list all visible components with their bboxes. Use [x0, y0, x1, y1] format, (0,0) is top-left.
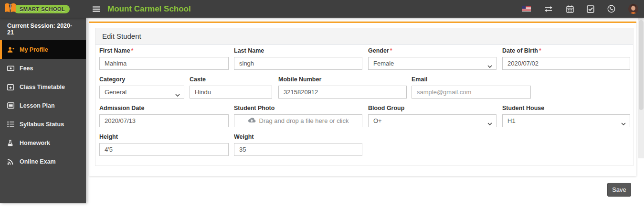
last-name-field: Last Name	[234, 47, 362, 70]
required-marker: *	[539, 47, 541, 54]
page-title: Mount Carmel School	[107, 4, 191, 14]
edit-student-card: Edit Student First Name* Last Name Gende…	[95, 28, 633, 166]
sidebar-item-class-timetable[interactable]: Class Timetable	[0, 77, 86, 96]
sidebar-item-label: Online Exam	[20, 158, 56, 165]
email-field: Email	[412, 76, 531, 99]
height-field: Height	[99, 133, 229, 156]
chevron-down-icon	[175, 91, 180, 98]
student-photo-dropzone[interactable]: Drag and drop a file here or click	[234, 114, 362, 127]
student-house-select[interactable]: H1	[502, 114, 630, 127]
gender-label: Gender*	[368, 47, 496, 54]
last-name-label: Last Name	[234, 47, 362, 54]
whatsapp-icon[interactable]	[607, 5, 615, 13]
sidebar-item-lesson-plan[interactable]: Lesson Plan	[0, 96, 86, 115]
admission-date-input[interactable]	[99, 114, 229, 127]
sidebar-item-label: Syllabus Status	[20, 121, 64, 128]
gender-field: Gender* Female	[368, 47, 496, 70]
date-of-birth-input[interactable]	[502, 57, 630, 70]
student-photo-label: Student Photo	[234, 105, 362, 111]
sidebar-menu: My Profile Fees Class Timetable Lesson P…	[0, 40, 86, 171]
date-of-birth-label: Date of Birth*	[502, 47, 630, 54]
content-panel: Edit Student First Name* Last Name Gende…	[89, 22, 636, 176]
chevron-down-icon	[487, 62, 492, 69]
first-name-input[interactable]	[99, 57, 229, 70]
mobile-number-label: Mobile Number	[278, 76, 407, 83]
height-label: Height	[99, 133, 229, 140]
email-label: Email	[412, 76, 531, 83]
category-label: Category	[99, 76, 184, 83]
app-logo[interactable]: SMART SCHOOL	[0, 0, 86, 18]
first-name-field: First Name*	[99, 47, 229, 70]
blood-group-select[interactable]: O+	[368, 114, 496, 127]
sidebar-item-label: Fees	[20, 65, 33, 72]
calendar-icon[interactable]	[566, 5, 574, 13]
list-icon	[7, 121, 17, 127]
scrollbar[interactable]	[638, 18, 644, 158]
blood-group-label: Blood Group	[368, 105, 496, 111]
weight-field: Weight	[234, 133, 362, 156]
sidebar-item-homework[interactable]: Homework	[0, 133, 86, 152]
required-marker: *	[390, 47, 392, 54]
edit-student-form: First Name* Last Name Gender* Female Dat…	[95, 44, 633, 166]
scrollbar-thumb[interactable]	[639, 20, 644, 110]
user-avatar[interactable]	[628, 4, 638, 14]
blood-group-field: Blood Group O+	[368, 105, 496, 127]
admission-date-field: Admission Date	[99, 105, 229, 127]
student-house-label: Student House	[502, 105, 630, 111]
sidebar: Current Session: 2020-21 My Profile Fees…	[0, 18, 86, 203]
sidebar-item-my-profile[interactable]: My Profile	[0, 40, 86, 59]
caste-label: Caste	[190, 76, 272, 83]
sidebar-item-syllabus-status[interactable]: Syllabus Status	[0, 115, 86, 133]
top-navbar: SMART SCHOOL Mount Carmel School	[0, 0, 644, 18]
date-of-birth-field: Date of Birth*	[502, 47, 630, 70]
current-session-label: Current Session: 2020-21	[0, 18, 86, 40]
weight-input[interactable]	[234, 143, 362, 156]
sidebar-item-label: Homework	[20, 140, 50, 146]
flask-icon	[7, 140, 17, 146]
cloud-upload-icon	[248, 117, 256, 125]
book-logo-icon	[4, 2, 17, 16]
sidebar-item-fees[interactable]: Fees	[0, 59, 86, 77]
card-title: Edit Student	[95, 28, 633, 44]
save-button[interactable]: Save	[607, 183, 631, 197]
header-icon-group	[522, 0, 638, 18]
app-window: SMART SCHOOL Mount Carmel School	[0, 0, 644, 221]
student-photo-field: Student Photo Drag and drop a file here …	[234, 105, 362, 127]
sidebar-item-online-exam[interactable]: Online Exam	[0, 152, 86, 171]
gender-select[interactable]: Female	[368, 57, 496, 70]
transfer-arrows-icon[interactable]	[544, 6, 553, 12]
caste-input[interactable]	[190, 86, 272, 99]
first-name-label: First Name*	[99, 47, 229, 54]
app-name: SMART SCHOOL	[14, 5, 70, 13]
height-input[interactable]	[99, 143, 229, 156]
required-marker: *	[131, 47, 134, 54]
task-check-icon[interactable]	[587, 5, 594, 13]
admission-date-label: Admission Date	[99, 105, 229, 111]
category-select[interactable]: General	[99, 86, 184, 99]
category-field: Category General	[99, 76, 184, 99]
sidebar-item-label: My Profile	[20, 46, 48, 53]
money-icon	[7, 66, 17, 71]
user-plus-icon	[7, 46, 17, 53]
chevron-down-icon	[487, 120, 492, 127]
wifi-icon	[7, 158, 17, 165]
sidebar-item-label: Lesson Plan	[20, 102, 55, 109]
caste-field: Caste	[190, 76, 272, 99]
mobile-number-field: Mobile Number	[278, 76, 407, 99]
last-name-input[interactable]	[234, 57, 362, 70]
calendar-plus-icon	[7, 84, 17, 90]
email-input[interactable]	[412, 86, 531, 99]
chevron-down-icon	[621, 120, 626, 127]
lesson-plan-icon	[7, 102, 17, 109]
student-house-field: Student House H1	[502, 105, 630, 127]
us-flag-icon[interactable]	[522, 6, 531, 11]
sidebar-item-label: Class Timetable	[20, 84, 65, 90]
menu-icon[interactable]	[93, 6, 100, 12]
weight-label: Weight	[234, 133, 362, 140]
mobile-number-input[interactable]	[278, 86, 407, 99]
